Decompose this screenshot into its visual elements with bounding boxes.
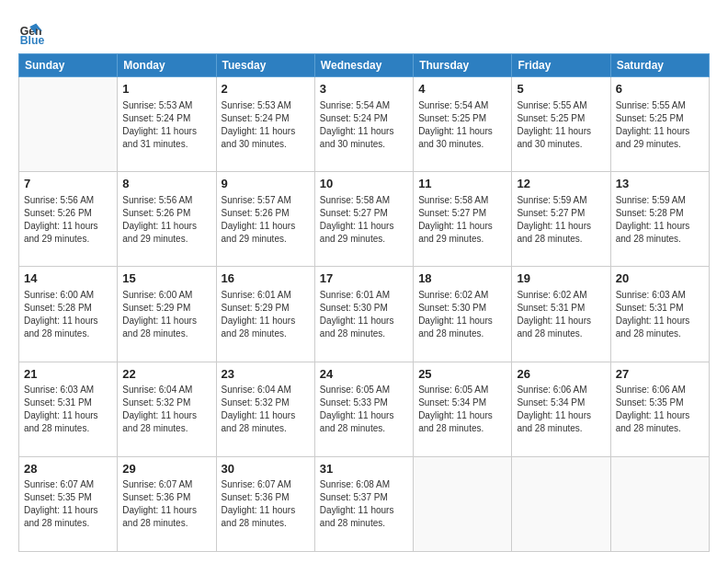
day-number: 25 xyxy=(418,366,506,383)
calendar-cell: 22Sunrise: 6:04 AM Sunset: 5:32 PM Dayli… xyxy=(118,362,216,456)
day-number: 27 xyxy=(616,366,704,383)
calendar-cell: 27Sunrise: 6:06 AM Sunset: 5:35 PM Dayli… xyxy=(610,362,709,456)
day-number: 10 xyxy=(320,176,408,192)
calendar-cell: 5Sunrise: 5:55 AM Sunset: 5:25 PM Daylig… xyxy=(512,77,610,172)
col-header-friday: Friday xyxy=(512,54,610,77)
day-number: 16 xyxy=(222,270,310,287)
day-info: Sunrise: 6:03 AM Sunset: 5:31 PM Dayligh… xyxy=(616,289,704,340)
col-header-wednesday: Wednesday xyxy=(314,54,413,77)
day-number: 4 xyxy=(418,81,506,98)
calendar-header: SundayMondayTuesdayWednesdayThursdayFrid… xyxy=(19,54,710,77)
day-info: Sunrise: 5:54 AM Sunset: 5:24 PM Dayligh… xyxy=(320,99,408,151)
day-info: Sunrise: 6:08 AM Sunset: 5:37 PM Dayligh… xyxy=(320,478,408,530)
day-info: Sunrise: 6:01 AM Sunset: 5:30 PM Dayligh… xyxy=(320,289,408,340)
day-info: Sunrise: 6:06 AM Sunset: 5:35 PM Dayligh… xyxy=(616,384,704,435)
day-number: 29 xyxy=(122,461,210,477)
calendar-cell xyxy=(414,456,512,551)
calendar-cell: 7Sunrise: 5:56 AM Sunset: 5:26 PM Daylig… xyxy=(19,172,118,267)
calendar-cell: 29Sunrise: 6:07 AM Sunset: 5:36 PM Dayli… xyxy=(118,456,216,551)
day-info: Sunrise: 6:00 AM Sunset: 5:29 PM Dayligh… xyxy=(122,289,210,340)
day-info: Sunrise: 6:03 AM Sunset: 5:31 PM Dayligh… xyxy=(24,384,112,435)
calendar-cell: 3Sunrise: 5:54 AM Sunset: 5:24 PM Daylig… xyxy=(314,77,413,172)
col-header-tuesday: Tuesday xyxy=(216,54,314,77)
col-header-monday: Monday xyxy=(118,54,216,77)
day-number: 7 xyxy=(24,176,112,192)
day-info: Sunrise: 5:55 AM Sunset: 5:25 PM Dayligh… xyxy=(616,99,704,151)
calendar-cell: 2Sunrise: 5:53 AM Sunset: 5:24 PM Daylig… xyxy=(216,77,314,172)
calendar-cell: 1Sunrise: 5:53 AM Sunset: 5:24 PM Daylig… xyxy=(118,77,216,172)
day-info: Sunrise: 6:07 AM Sunset: 5:36 PM Dayligh… xyxy=(222,478,310,530)
calendar-cell: 17Sunrise: 6:01 AM Sunset: 5:30 PM Dayli… xyxy=(314,267,413,362)
header: Gen Blue xyxy=(18,17,710,46)
day-number: 13 xyxy=(616,176,704,192)
calendar-week-5: 28Sunrise: 6:07 AM Sunset: 5:35 PM Dayli… xyxy=(19,456,710,551)
day-info: Sunrise: 5:56 AM Sunset: 5:26 PM Dayligh… xyxy=(122,194,210,246)
calendar-cell: 6Sunrise: 5:55 AM Sunset: 5:25 PM Daylig… xyxy=(610,77,709,172)
day-number: 21 xyxy=(24,366,112,383)
logo: Gen Blue xyxy=(18,20,46,46)
calendar-cell: 16Sunrise: 6:01 AM Sunset: 5:29 PM Dayli… xyxy=(216,267,314,362)
day-number: 3 xyxy=(320,81,408,98)
calendar-cell: 28Sunrise: 6:07 AM Sunset: 5:35 PM Dayli… xyxy=(19,456,118,551)
calendar-cell xyxy=(512,456,610,551)
day-info: Sunrise: 5:58 AM Sunset: 5:27 PM Dayligh… xyxy=(320,194,408,246)
day-info: Sunrise: 6:07 AM Sunset: 5:35 PM Dayligh… xyxy=(24,478,112,530)
day-number: 18 xyxy=(418,270,506,287)
day-number: 17 xyxy=(320,270,408,287)
day-number: 1 xyxy=(122,81,210,98)
svg-text:Blue: Blue xyxy=(20,34,44,46)
day-info: Sunrise: 5:59 AM Sunset: 5:27 PM Dayligh… xyxy=(517,194,605,246)
day-number: 22 xyxy=(122,366,210,383)
day-info: Sunrise: 5:57 AM Sunset: 5:26 PM Dayligh… xyxy=(222,194,310,246)
calendar-cell: 26Sunrise: 6:06 AM Sunset: 5:34 PM Dayli… xyxy=(512,362,610,456)
calendar-cell: 11Sunrise: 5:58 AM Sunset: 5:27 PM Dayli… xyxy=(414,172,512,267)
calendar-cell: 13Sunrise: 5:59 AM Sunset: 5:28 PM Dayli… xyxy=(610,172,709,267)
calendar-cell: 20Sunrise: 6:03 AM Sunset: 5:31 PM Dayli… xyxy=(610,267,709,362)
calendar-cell: 9Sunrise: 5:57 AM Sunset: 5:26 PM Daylig… xyxy=(216,172,314,267)
day-number: 20 xyxy=(616,270,704,287)
day-info: Sunrise: 6:02 AM Sunset: 5:30 PM Dayligh… xyxy=(418,289,506,340)
day-number: 5 xyxy=(517,81,605,98)
day-info: Sunrise: 6:02 AM Sunset: 5:31 PM Dayligh… xyxy=(517,289,605,340)
calendar-cell: 25Sunrise: 6:05 AM Sunset: 5:34 PM Dayli… xyxy=(414,362,512,456)
calendar-cell: 15Sunrise: 6:00 AM Sunset: 5:29 PM Dayli… xyxy=(118,267,216,362)
day-info: Sunrise: 5:56 AM Sunset: 5:26 PM Dayligh… xyxy=(24,194,112,246)
calendar-cell xyxy=(19,77,118,172)
day-number: 6 xyxy=(616,81,704,98)
calendar-cell: 4Sunrise: 5:54 AM Sunset: 5:25 PM Daylig… xyxy=(414,77,512,172)
day-number: 12 xyxy=(517,176,605,192)
calendar-cell: 31Sunrise: 6:08 AM Sunset: 5:37 PM Dayli… xyxy=(314,456,413,551)
calendar-cell: 30Sunrise: 6:07 AM Sunset: 5:36 PM Dayli… xyxy=(216,456,314,551)
col-header-saturday: Saturday xyxy=(610,54,709,77)
day-number: 2 xyxy=(222,81,310,98)
day-number: 31 xyxy=(320,461,408,477)
day-number: 11 xyxy=(418,176,506,192)
day-number: 26 xyxy=(517,366,605,383)
day-info: Sunrise: 5:59 AM Sunset: 5:28 PM Dayligh… xyxy=(616,194,704,246)
calendar-cell: 23Sunrise: 6:04 AM Sunset: 5:32 PM Dayli… xyxy=(216,362,314,456)
day-info: Sunrise: 6:00 AM Sunset: 5:28 PM Dayligh… xyxy=(24,289,112,340)
day-info: Sunrise: 5:58 AM Sunset: 5:27 PM Dayligh… xyxy=(418,194,506,246)
calendar-cell: 14Sunrise: 6:00 AM Sunset: 5:28 PM Dayli… xyxy=(19,267,118,362)
day-number: 8 xyxy=(122,176,210,192)
calendar-cell: 21Sunrise: 6:03 AM Sunset: 5:31 PM Dayli… xyxy=(19,362,118,456)
calendar-week-4: 21Sunrise: 6:03 AM Sunset: 5:31 PM Dayli… xyxy=(19,362,710,456)
day-info: Sunrise: 6:07 AM Sunset: 5:36 PM Dayligh… xyxy=(122,478,210,530)
col-header-sunday: Sunday xyxy=(19,54,118,77)
day-number: 9 xyxy=(222,176,310,192)
day-number: 28 xyxy=(24,461,112,477)
day-number: 23 xyxy=(222,366,310,383)
day-info: Sunrise: 5:53 AM Sunset: 5:24 PM Dayligh… xyxy=(122,99,210,151)
calendar-cell: 19Sunrise: 6:02 AM Sunset: 5:31 PM Dayli… xyxy=(512,267,610,362)
day-info: Sunrise: 5:53 AM Sunset: 5:24 PM Dayligh… xyxy=(222,99,310,151)
calendar-body: 1Sunrise: 5:53 AM Sunset: 5:24 PM Daylig… xyxy=(19,77,710,552)
calendar-week-3: 14Sunrise: 6:00 AM Sunset: 5:28 PM Dayli… xyxy=(19,267,710,362)
day-info: Sunrise: 6:01 AM Sunset: 5:29 PM Dayligh… xyxy=(222,289,310,340)
col-header-thursday: Thursday xyxy=(414,54,512,77)
day-info: Sunrise: 6:06 AM Sunset: 5:34 PM Dayligh… xyxy=(517,384,605,435)
calendar-week-1: 1Sunrise: 5:53 AM Sunset: 5:24 PM Daylig… xyxy=(19,77,710,172)
day-number: 14 xyxy=(24,270,112,287)
day-info: Sunrise: 5:54 AM Sunset: 5:25 PM Dayligh… xyxy=(418,99,506,151)
day-info: Sunrise: 6:05 AM Sunset: 5:34 PM Dayligh… xyxy=(418,384,506,435)
calendar-cell xyxy=(610,456,709,551)
